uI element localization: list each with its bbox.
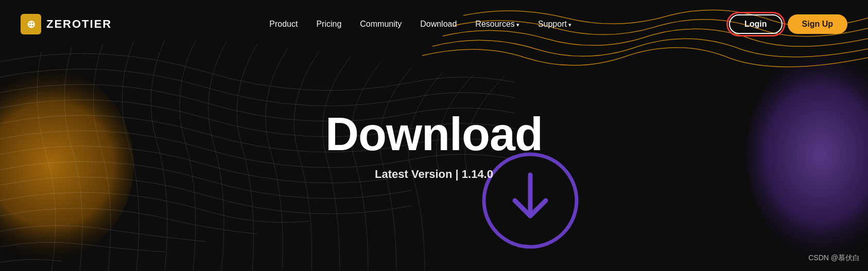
nav-links: Product Pricing Community Download Resou…	[262, 20, 579, 29]
hero-subtitle: Latest Version | 1.14.0	[325, 168, 543, 181]
hero-content: Download Latest Version | 1.14.0	[325, 111, 543, 181]
nav-item-community: Community	[353, 20, 409, 29]
nav-link-pricing[interactable]: Pricing	[309, 15, 349, 32]
nav-link-support[interactable]: Support	[531, 15, 579, 32]
right-purple-glow	[770, 41, 868, 206]
navbar: ⊕ ZEROTIER Product Pricing Community Dow…	[0, 0, 868, 48]
nav-link-product[interactable]: Product	[262, 15, 305, 32]
nav-item-pricing: Pricing	[309, 20, 349, 29]
logo-icon: ⊕	[21, 14, 41, 34]
nav-item-support: Support	[531, 20, 579, 29]
hero-title: Download	[325, 111, 543, 157]
nav-link-download[interactable]: Download	[413, 15, 464, 32]
nav-item-download: Download	[413, 20, 464, 29]
svg-point-2	[747, 41, 868, 267]
nav-item-resources: Resources	[468, 20, 527, 29]
nav-actions: Login Sign Up	[729, 14, 847, 34]
login-button[interactable]: Login	[729, 14, 783, 34]
left-golden-circle	[0, 62, 113, 206]
signup-button[interactable]: Sign Up	[788, 14, 847, 34]
svg-point-1	[0, 62, 134, 267]
logo-link[interactable]: ⊕ ZEROTIER	[21, 14, 112, 34]
nav-item-product: Product	[262, 20, 305, 29]
nav-link-resources[interactable]: Resources	[468, 15, 527, 32]
watermark: CSDN @慕伏白	[808, 254, 860, 263]
nav-link-community[interactable]: Community	[353, 15, 409, 32]
logo-text: ZEROTIER	[46, 17, 112, 31]
